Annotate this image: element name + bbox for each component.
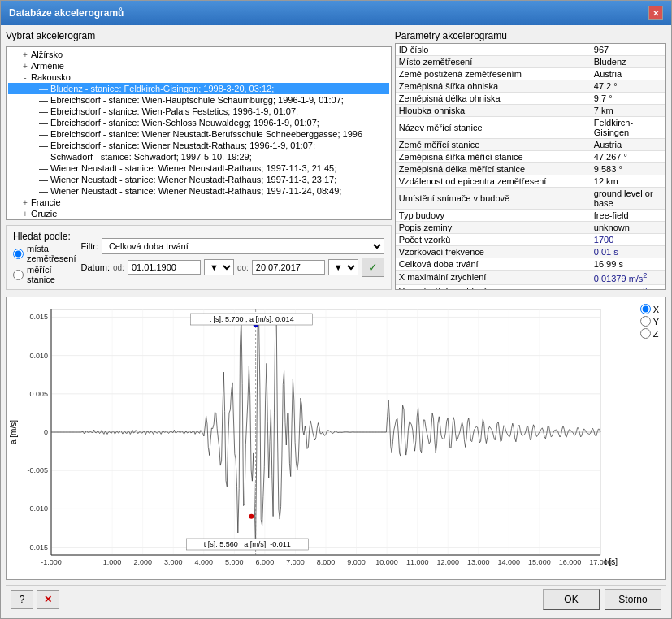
table-row: Hloubka ohniska7 km [396,105,665,117]
radio-z[interactable]: Z [640,328,659,339]
svg-point-58 [249,514,254,519]
date-from-input[interactable] [128,260,201,275]
right-panel: Parametry akcelerogramu ID číslo967Místo… [395,30,666,290]
search-radio-group: místa zemětřesení měřící stanice [13,244,76,284]
radio-x-input[interactable] [640,304,651,314]
svg-text:6.000: 6.000 [256,558,275,566]
bottom-bar: ? ✕ OK Storno [6,585,666,613]
top-section: Vybrat akcelerogram + Alžírsko+ Arménie-… [6,30,666,290]
main-window: Databáze akcelerogramů ✕ Vybrat akcelero… [0,0,672,619]
params-table: ID číslo967Místo zemětřeseníBludenzZemě … [395,43,666,290]
radio-mista[interactable]: místa zemětřesení [13,244,76,263]
svg-text:-0.015: -0.015 [27,543,48,552]
tree-container[interactable]: + Alžírsko+ Arménie- Rakousko— Bludenz -… [6,46,392,220]
tree-item-bludenz[interactable]: — Bludenz - stanice: Feldkirch-Gisingen;… [8,83,389,94]
tree-item-ebreich1[interactable]: — Ebreichsdorf - stanice: Wien-Hauptschu… [8,94,389,106]
svg-text:16.000: 16.000 [559,558,582,566]
svg-text:a [m/s]: a [m/s] [9,420,18,444]
table-row: Vzorkovací frekvence0.01 s [396,246,665,258]
svg-text:3.000: 3.000 [164,558,183,566]
svg-text:2.000: 2.000 [133,558,152,566]
left-panel-title: Vybrat akcelerogram [6,30,392,41]
svg-text:7.000: 7.000 [286,558,305,566]
svg-text:1.000: 1.000 [103,558,122,566]
radio-merici[interactable]: měřící stanice [13,265,76,284]
close-button[interactable]: ✕ [648,6,663,20]
table-row: Zeměpisná šířka ohniska47.2 ° [396,80,665,93]
radio-mista-input[interactable] [13,249,24,259]
tree-item-wiener3[interactable]: — Wiener Neustadt - stanice: Wiener Neus… [8,185,389,197]
left-panel: Vybrat akcelerogram + Alžírsko+ Arménie-… [6,30,392,290]
svg-text:-1.000: -1.000 [41,558,62,566]
bottom-right-buttons: OK Storno [543,589,661,610]
tree-item-gruzie[interactable]: + Gruzie [8,208,389,219]
table-row: X maximální zrychlení0.01379 m/s2 [396,271,665,285]
svg-text:t [s]: 5.700 ; a [m/s]: 0.014: t [s]: 5.700 ; a [m/s]: 0.014 [210,315,294,323]
svg-text:8.000: 8.000 [317,558,336,566]
help-button[interactable]: ? [11,590,33,609]
table-row: Celková doba trvání16.99 s [396,258,665,271]
chart-controls: X Y Z [640,304,659,339]
bottom-left-buttons: ? ✕ [11,590,59,609]
svg-text:0: 0 [44,428,48,436]
filter-right: Filtr: Celková doba trváníDatumMagnituda… [81,238,384,277]
delete-button[interactable]: ✕ [37,590,59,609]
table-row: Název měřící staniceFeldkirch-Gisingen [396,117,665,139]
svg-text:11.000: 11.000 [406,558,429,566]
svg-text:-0.005: -0.005 [27,466,48,474]
tree-item-wiener1[interactable]: — Wiener Neustadt - stanice: Wiener Neus… [8,162,389,174]
radio-z-input[interactable] [640,328,651,339]
tree-item-francie[interactable]: + Francie [8,197,389,208]
main-content: Vybrat akcelerogram + Alžírsko+ Arménie-… [1,25,671,618]
svg-text:13.000: 13.000 [467,558,490,566]
svg-text:5.000: 5.000 [225,558,244,566]
table-row: Zeměpisná šířka měřící stanice47.267 ° [396,151,665,163]
radio-merici-input[interactable] [13,270,24,280]
cancel-button[interactable]: Storno [605,589,661,610]
date-to-input[interactable] [252,260,325,275]
tree-item-schwad[interactable]: — Schwadorf - stanice: Schwadorf; 1997-5… [8,151,389,162]
tree-item-nemecko[interactable]: + Německo [8,219,389,220]
svg-text:12.000: 12.000 [436,558,459,566]
table-row: Země měřící staniceAustria [396,139,665,151]
table-row: Typ budovyfree-field [396,210,665,222]
date-to-select[interactable]: ▼ [328,259,358,275]
filter-select[interactable]: Celková doba trváníDatumMagnitudaVzdálen… [102,238,384,254]
table-row: Umístění snímače v budověground level or… [396,188,665,210]
table-row: Vzdálenost od epicentra zemětřesení12 km [396,175,665,188]
svg-text:4.000: 4.000 [195,558,214,566]
table-row: Y maximální zrychlení0.00791 m/s2 [396,284,665,290]
svg-text:10.000: 10.000 [375,558,398,566]
title-bar: Databáze akcelerogramů ✕ [1,1,671,25]
ok-button[interactable]: OK [543,589,600,610]
date-row: Datum: od: ▼ do: ▼ ✓ [81,258,384,277]
svg-text:14.000: 14.000 [498,558,521,566]
table-row: Popis zeminyunknown [396,222,665,234]
radio-y[interactable]: Y [640,316,659,327]
table-row: Místo zemětřeseníBludenz [396,56,665,68]
svg-text:15.000: 15.000 [528,558,551,566]
tree-item-ebreich2[interactable]: — Ebreichsdorf - stanice: Wien-Palais Fe… [8,106,389,117]
tree-item-ebreich5[interactable]: — Ebreichsdorf - stanice: Wiener Neustad… [8,140,389,151]
filter-section: Hledat podle: místa zemětřesení měřící s… [6,225,392,290]
date-from-select[interactable]: ▼ [204,259,234,275]
svg-text:-0.010: -0.010 [27,504,48,513]
radio-y-input[interactable] [640,316,651,327]
table-row: Zeměpisná délka měřící stanice9.583 ° [396,163,665,175]
tree-item-rakousko[interactable]: - Rakousko [8,71,389,83]
svg-text:0.010: 0.010 [29,352,48,360]
chart-svg: 0.0150.0100.0050-0.005-0.010-0.015-1.000… [7,297,665,579]
tree-item-alzirsko[interactable]: + Alžírsko [8,49,389,60]
tree-item-wiener2[interactable]: — Wiener Neustadt - stanice: Wiener Neus… [8,174,389,185]
table-row: ID číslo967 [396,44,665,56]
table-row: Země postižená zemětřesenímAustria [396,68,665,80]
svg-text:t [s]: t [s] [605,557,618,566]
window-title: Databáze akcelerogramů [9,7,124,19]
apply-filter-button[interactable]: ✓ [362,258,384,277]
chart-section: X Y Z 0.0150.0100.0050-0.005-0.010-0.015… [6,297,666,580]
table-row: Počet vzorků1700 [396,234,665,246]
radio-x[interactable]: X [640,304,659,314]
tree-item-armenie[interactable]: + Arménie [8,60,389,71]
tree-item-ebreich3[interactable]: — Ebreichsdorf - stanice: Wien-Schloss N… [8,117,389,128]
tree-item-ebreich4[interactable]: — Ebreichsdorf - stanice: Wiener Neustad… [8,128,389,140]
